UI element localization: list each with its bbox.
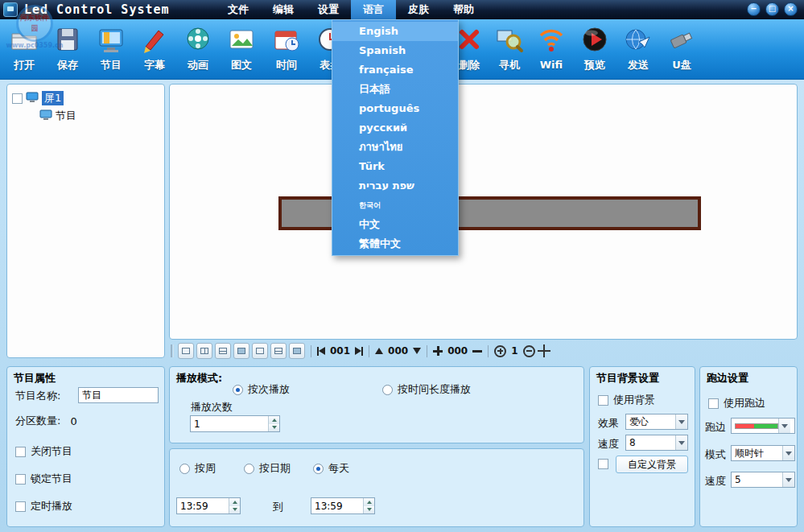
daily-radio[interactable] — [313, 464, 324, 474]
use-border-checkbox[interactable] — [708, 398, 719, 409]
border-mode-select[interactable]: 顺时针 — [731, 445, 795, 461]
tree-item-screen[interactable]: 屏1 — [12, 89, 159, 107]
preview-icon — [579, 21, 611, 58]
last-page-button[interactable] — [355, 347, 363, 356]
find-device-button[interactable]: 寻机 — [488, 21, 531, 79]
by-date-radio[interactable] — [244, 464, 254, 474]
timed-play-checkbox[interactable] — [15, 501, 26, 512]
strip-separator — [488, 345, 489, 357]
remove-button[interactable] — [472, 350, 482, 353]
use-background-checkbox[interactable] — [598, 395, 608, 406]
layout-right-button[interactable] — [252, 343, 268, 359]
menu-skin[interactable]: 皮肤 — [396, 0, 441, 19]
chevron-down-icon[interactable] — [782, 446, 794, 460]
page-number: 001 — [330, 345, 350, 357]
open-button[interactable]: 打开 — [2, 21, 46, 79]
language-item-thai[interactable]: ภาษาไทย — [332, 138, 458, 157]
program-button[interactable]: 节目 — [89, 21, 133, 79]
title-bar: Led Control System 文件 编辑 设置 语言 皮肤 帮助 − □… — [0, 0, 804, 19]
language-item-russian[interactable]: русский — [332, 118, 458, 138]
lock-program-row: 锁定节目 — [15, 472, 72, 486]
border-speed-label: 速度 — [705, 474, 726, 489]
chevron-down-icon[interactable] — [675, 414, 687, 429]
save-button[interactable]: 保存 — [46, 21, 89, 79]
bg-speed-label: 速度 — [598, 437, 619, 452]
stage-panel — [169, 84, 798, 340]
layout-vsplit-button[interactable] — [196, 343, 212, 359]
language-item-traditional-chinese[interactable]: 繁體中文 — [332, 234, 458, 254]
start-time-input[interactable] — [177, 498, 229, 513]
close-program-checkbox[interactable] — [15, 447, 26, 457]
zoom-out-icon[interactable] — [523, 345, 535, 357]
language-item-chinese[interactable]: 中文 — [332, 215, 458, 234]
menu-settings[interactable]: 设置 — [306, 0, 351, 19]
timed-play-label: 定时播放 — [31, 499, 72, 513]
by-times-radio[interactable] — [233, 385, 243, 395]
chevron-down-icon[interactable] — [782, 472, 794, 487]
menu-edit[interactable]: 编辑 — [261, 0, 306, 19]
subtitle-button[interactable]: 字幕 — [133, 21, 176, 79]
border-speed-select[interactable]: 5 — [731, 472, 795, 488]
language-item-french[interactable]: française — [332, 60, 458, 80]
maximize-button[interactable]: □ — [765, 2, 779, 16]
save-icon — [52, 21, 84, 58]
menu-language[interactable]: 语言 — [351, 0, 396, 19]
bg-speed-select[interactable]: 8 — [625, 435, 688, 451]
layout-hsplit-button[interactable] — [215, 343, 231, 359]
minimize-button[interactable]: − — [747, 2, 761, 16]
time-button[interactable]: 时间 — [265, 21, 308, 79]
first-page-button[interactable] — [317, 347, 325, 356]
program-name-input[interactable] — [78, 387, 159, 403]
language-item-turkish[interactable]: Türk — [332, 157, 458, 176]
custom-background-button[interactable]: 自定义背景 — [616, 456, 688, 473]
spin-down-icon[interactable] — [229, 506, 240, 514]
row-up-button[interactable] — [375, 348, 383, 354]
custom-background-checkbox[interactable] — [598, 459, 608, 469]
spin-up-icon[interactable] — [364, 498, 374, 506]
pan-icon[interactable] — [538, 344, 550, 357]
chevron-down-icon[interactable] — [675, 435, 687, 450]
add-button[interactable] — [433, 346, 443, 356]
menu-help[interactable]: 帮助 — [441, 0, 486, 19]
by-duration-radio[interactable] — [382, 385, 393, 395]
language-item-hebrew[interactable]: שפת עברית — [332, 176, 458, 196]
lock-program-checkbox[interactable] — [15, 474, 26, 485]
play-count-input[interactable] — [191, 416, 268, 431]
language-item-portuguese[interactable]: português — [332, 99, 458, 118]
weekly-radio[interactable] — [179, 464, 190, 474]
effect-select[interactable]: 爱心 — [625, 414, 688, 430]
language-item-japanese[interactable]: 日本語 — [332, 80, 458, 99]
layout-left-button[interactable] — [233, 343, 249, 359]
animation-button[interactable]: 动画 — [176, 21, 220, 79]
row-down-button[interactable] — [413, 348, 421, 354]
language-item-spanish[interactable]: Spanish — [332, 41, 458, 60]
tree-item-program[interactable]: 节目 — [39, 107, 159, 125]
usb-button[interactable]: U盘 — [660, 21, 703, 79]
send-button[interactable]: 发送 — [616, 21, 660, 79]
layout-bottom-button[interactable] — [289, 343, 305, 359]
spin-down-icon[interactable] — [364, 506, 374, 514]
preview-button[interactable]: 预览 — [573, 21, 616, 79]
spin-down-icon[interactable] — [269, 424, 279, 432]
menu-file[interactable]: 文件 — [216, 0, 261, 19]
screen-label[interactable]: 屏1 — [42, 91, 64, 105]
screen-checkbox[interactable] — [12, 93, 23, 104]
layout-top-button[interactable] — [270, 343, 287, 359]
layout-single-button[interactable] — [178, 343, 194, 359]
chevron-down-icon[interactable] — [778, 419, 790, 433]
zoom-in-icon[interactable] — [494, 345, 506, 357]
to-label: 到 — [273, 500, 283, 514]
program-name-label: 节目名称: — [15, 389, 60, 403]
language-item-english[interactable]: Engish — [332, 22, 458, 41]
spin-up-icon[interactable] — [269, 416, 279, 424]
end-time-input[interactable] — [311, 498, 363, 513]
close-button[interactable]: × — [784, 2, 798, 16]
border-style-select[interactable] — [731, 418, 795, 434]
wifi-button[interactable]: Wifi — [530, 21, 573, 79]
program-node-label[interactable]: 节目 — [56, 109, 76, 123]
graphic-text-button[interactable]: 图文 — [220, 21, 263, 79]
end-time-spinner — [311, 497, 375, 514]
language-item-korean[interactable]: 한국어 — [332, 196, 458, 215]
spin-up-icon[interactable] — [229, 498, 240, 506]
border-color-preview — [735, 423, 778, 429]
